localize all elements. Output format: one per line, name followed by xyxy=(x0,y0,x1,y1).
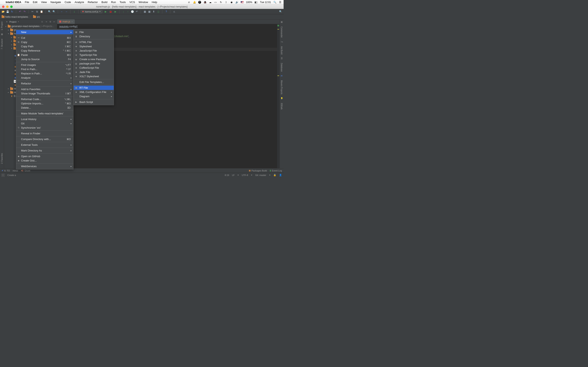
menu-item[interactable]: ◈TypeScript File xyxy=(74,53,114,57)
menu-item[interactable]: ✂Cut⌘X xyxy=(16,36,73,40)
display-icon[interactable]: ▭ xyxy=(214,1,217,4)
paste-icon[interactable]: 📋 xyxy=(40,10,43,13)
input-flag-icon[interactable] xyxy=(241,1,243,3)
tool-terminal[interactable]: minal xyxy=(13,169,18,172)
menu-item[interactable]: Jump to SourceF4 xyxy=(16,57,73,61)
search-everywhere-icon[interactable]: 🔍 xyxy=(279,10,282,13)
menu-tools[interactable]: Tools xyxy=(120,1,126,4)
forward-icon[interactable]: → xyxy=(65,10,68,13)
menu-item[interactable]: Add to Favorites xyxy=(16,87,73,91)
bell-icon[interactable]: 🔔 xyxy=(193,1,196,4)
window-close-button[interactable] xyxy=(2,6,4,8)
coverage-icon[interactable]: ▶ xyxy=(113,10,117,13)
menubar-appname[interactable]: IntelliJ IDEA xyxy=(6,1,21,4)
menu-refactor[interactable]: Refactor xyxy=(88,1,98,4)
menu-item[interactable]: ◆Open on GitHub xyxy=(16,154,73,158)
gutter-marker-icon[interactable] xyxy=(277,75,279,76)
status-hector-icon[interactable]: 👤 xyxy=(279,174,282,176)
menu-item[interactable]: Analyze xyxy=(16,76,73,80)
wifi-icon[interactable]: ◉ xyxy=(230,1,233,4)
menu-item[interactable]: Make Module 'hello-react-templates' xyxy=(16,111,73,116)
settings-gear-icon[interactable]: ⚙ xyxy=(49,20,52,23)
menu-item[interactable]: ◈JavaScript File xyxy=(74,49,114,53)
tool-grunt[interactable]: 🐗Grunt xyxy=(21,169,30,172)
menu-item[interactable]: Copy Path⇧⌘C xyxy=(16,44,73,49)
vcs-commit-icon[interactable]: ↑ xyxy=(126,10,130,13)
notification-icon[interactable]: ☰ xyxy=(279,1,282,4)
undo-icon[interactable]: ↶ xyxy=(18,10,22,13)
spotlight-icon[interactable]: 🔍 xyxy=(273,1,276,4)
menu-item[interactable]: Reveal in Finder xyxy=(16,131,73,136)
menu-item[interactable]: Replace in Path...^⇧R xyxy=(16,71,73,76)
structure-icon[interactable]: ▦ xyxy=(143,10,147,13)
hat-icon[interactable]: 🎩 xyxy=(204,1,207,4)
menu-item[interactable]: Local History xyxy=(16,117,73,121)
menu-item[interactable]: New xyxy=(16,30,73,34)
tool-commander[interactable]: Commander xyxy=(281,26,283,39)
gutter-marker-icon[interactable] xyxy=(277,25,279,25)
help-icon[interactable]: ? xyxy=(164,10,168,13)
menu-item[interactable]: ◈Stylesheet xyxy=(74,44,114,49)
menu-item[interactable]: Copy Reference⌃⇧⌘C xyxy=(16,49,73,53)
status-git[interactable]: Git: master xyxy=(255,174,266,176)
menu-item[interactable]: ⧉Copy⌘C xyxy=(16,40,73,44)
menu-run[interactable]: Run xyxy=(111,1,116,4)
menu-build[interactable]: Build xyxy=(102,1,107,4)
make-icon[interactable]: ⇣ xyxy=(72,10,76,13)
menu-item[interactable]: ◈Jade File xyxy=(74,70,114,74)
tool-todo[interactable]: ✔6: TO xyxy=(2,169,10,172)
close-tab-icon[interactable]: × xyxy=(71,21,73,23)
menu-item[interactable]: 📋Paste⌘V xyxy=(16,53,73,57)
toggle-icon[interactable]: ⎌ xyxy=(172,10,176,13)
menu-item[interactable]: WebServices xyxy=(16,164,73,168)
menu-item[interactable]: Mark Directory As xyxy=(16,149,73,153)
menu-view[interactable]: View xyxy=(41,1,47,4)
menu-navigate[interactable]: Navigate xyxy=(51,1,61,4)
menu-item[interactable]: Delete...⌦ xyxy=(16,106,73,110)
menu-item[interactable]: Refactor xyxy=(16,81,73,86)
debug-icon[interactable]: 🐞 xyxy=(109,10,112,13)
menu-item[interactable]: Git xyxy=(16,121,73,125)
scroll-from-icon[interactable]: ⊙ xyxy=(41,20,43,23)
menu-item[interactable]: Find Usages⌥F7 xyxy=(16,63,73,67)
tool-ant[interactable]: Ant Build xyxy=(281,45,283,55)
menu-item[interactable]: Show Image Thumbnails⇧⌘T xyxy=(16,91,73,96)
menu-item[interactable]: ◈CoffeeScript File xyxy=(74,66,114,70)
menu-file[interactable]: File xyxy=(25,1,29,4)
menu-window[interactable]: Window xyxy=(139,1,148,4)
screen-icon[interactable]: ⎚ xyxy=(188,1,190,4)
menu-analyze[interactable]: Analyze xyxy=(75,1,84,4)
run-icon[interactable]: ▶ xyxy=(104,10,107,13)
menu-item[interactable]: ▮Directory xyxy=(74,34,114,39)
find-icon[interactable]: 🔍 xyxy=(48,10,51,13)
replace-icon[interactable]: 🔍 xyxy=(52,10,56,13)
breadcrumb-folder[interactable]: src xyxy=(33,16,40,18)
editor-tab-mainjs[interactable]: main.js × xyxy=(57,19,75,24)
menu-code[interactable]: Code xyxy=(65,1,71,4)
window-minimize-button[interactable] xyxy=(6,6,9,8)
menu-item[interactable]: ▣RT File xyxy=(74,86,114,90)
timemachine-icon[interactable]: ↻ xyxy=(219,1,222,4)
menu-item[interactable]: Compare Directory with...⌘D xyxy=(16,137,73,141)
sync-icon[interactable]: ↻ xyxy=(10,10,14,13)
window-zoom-button[interactable] xyxy=(10,6,13,8)
menu-item[interactable]: ◆Create Gist... xyxy=(16,158,73,163)
battery-icon[interactable]: ▮▯ xyxy=(255,1,258,4)
project-view-icon[interactable]: ▾ xyxy=(5,20,8,23)
status-encoding[interactable]: UTF-8 xyxy=(242,174,248,176)
vcs-history-icon[interactable]: 🕘 xyxy=(130,10,134,13)
menu-item[interactable]: ◈XSLT Stylesheet xyxy=(74,74,114,78)
avd-icon[interactable]: ▦ xyxy=(147,10,151,13)
menu-item[interactable]: ▶Bash Script xyxy=(74,100,114,104)
back-icon[interactable]: ← xyxy=(60,10,64,13)
redo-icon[interactable]: ↷ xyxy=(23,10,26,13)
gutter-marker-icon[interactable] xyxy=(277,29,279,30)
save-icon[interactable]: 💾 xyxy=(6,10,9,13)
status-line-sep[interactable]: LF xyxy=(232,174,234,176)
cut-icon[interactable]: ✂ xyxy=(31,10,34,13)
menu-item[interactable]: ◈HTML File xyxy=(74,40,114,44)
status-lock-icon[interactable]: 🔒 xyxy=(273,174,276,176)
vcs-update-icon[interactable]: ↓ xyxy=(121,10,125,13)
menu-item[interactable]: Edit File Templates... xyxy=(74,80,114,84)
android-icon[interactable]: ⍓ xyxy=(156,10,160,13)
